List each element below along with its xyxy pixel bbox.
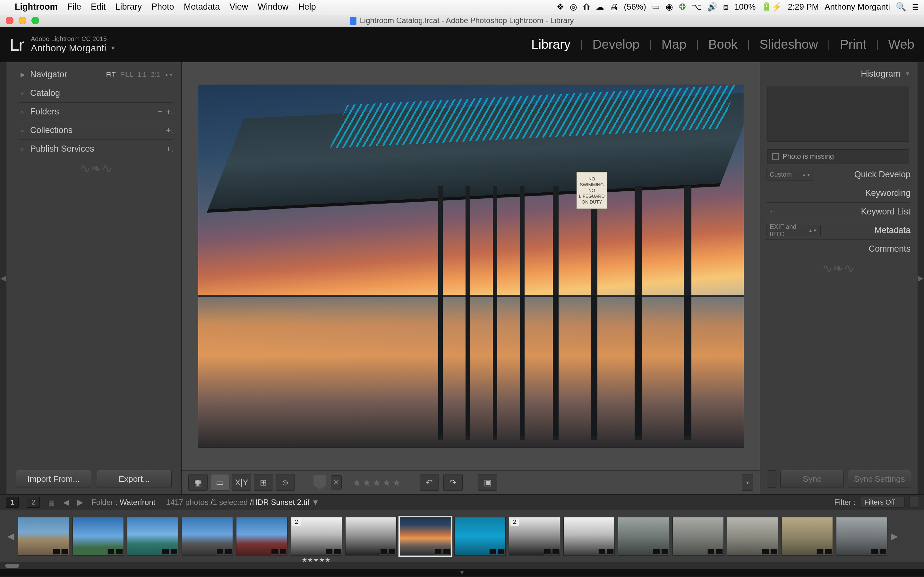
minimize-window-button[interactable] bbox=[19, 17, 26, 24]
filmstrip-thumb[interactable] bbox=[182, 517, 233, 556]
rating-stars[interactable]: ★★★★★ bbox=[352, 477, 401, 488]
disclosure-triangle-icon[interactable] bbox=[905, 71, 911, 77]
filmstrip-scroll-left-icon[interactable]: ◀ bbox=[7, 531, 15, 542]
folders-panel-header[interactable]: Folders −+. bbox=[19, 103, 173, 121]
close-window-button[interactable] bbox=[6, 17, 13, 24]
loupe-image[interactable]: NO SWIMMINGNO LIFEGUARDON DUTY bbox=[198, 85, 744, 447]
zoom-stepper-icon[interactable]: ▲▼ bbox=[164, 72, 173, 77]
spotlight-icon[interactable]: 🔍 bbox=[896, 2, 906, 12]
cloud-icon[interactable]: ☁ bbox=[596, 2, 604, 12]
filmstrip-thumb[interactable] bbox=[618, 517, 669, 556]
filmstrip-thumb[interactable] bbox=[672, 517, 724, 556]
right-panel-collapse-handle[interactable]: ▶ bbox=[918, 62, 924, 494]
minus-icon[interactable]: − bbox=[157, 107, 162, 117]
filmstrip-thumb[interactable] bbox=[73, 517, 124, 556]
grid-view-button[interactable]: ▦ bbox=[188, 474, 208, 491]
module-web[interactable]: Web bbox=[888, 37, 914, 52]
menu-help[interactable]: Help bbox=[298, 2, 316, 12]
quick-develop-panel-header[interactable]: Custom▲▼ Quick Develop bbox=[766, 165, 911, 184]
plus-icon[interactable]: + bbox=[766, 207, 778, 217]
creative-cloud-icon[interactable]: ◎ bbox=[570, 2, 577, 12]
filmstrip-thumb[interactable] bbox=[18, 517, 69, 556]
disclosure-triangle-icon[interactable] bbox=[19, 145, 26, 153]
metadata-preset-dropdown[interactable]: EXIF and IPTC▲▼ bbox=[766, 225, 821, 236]
filter-dropdown[interactable]: Filters Off bbox=[860, 497, 905, 508]
sync-button[interactable]: Sync bbox=[780, 470, 844, 488]
catalog-panel-header[interactable]: Catalog bbox=[19, 84, 173, 103]
metadata-panel-header[interactable]: EXIF and IPTC▲▼ Metadata bbox=[766, 221, 911, 240]
menu-metadata[interactable]: Metadata bbox=[184, 2, 220, 12]
left-panel-collapse-handle[interactable]: ◀ bbox=[0, 62, 6, 494]
rotate-cw-button[interactable]: ↷ bbox=[443, 474, 463, 491]
menu-file[interactable]: File bbox=[67, 2, 81, 12]
menu-app-name[interactable]: Lightroom bbox=[15, 2, 57, 12]
status-icon[interactable]: ⟰ bbox=[583, 2, 590, 12]
volume-icon[interactable]: 🔊 bbox=[707, 2, 717, 12]
people-view-button[interactable]: ☺ bbox=[276, 474, 295, 491]
module-slideshow[interactable]: Slideshow bbox=[759, 37, 818, 52]
filmstrip-thumb[interactable] bbox=[345, 517, 397, 556]
export-button[interactable]: Export... bbox=[97, 470, 172, 488]
filter-lock-icon[interactable] bbox=[909, 497, 918, 508]
sync-settings-button[interactable]: Sync Settings bbox=[848, 470, 911, 488]
keywording-panel-header[interactable]: Keywording bbox=[766, 184, 911, 203]
filmstrip-thumb[interactable] bbox=[836, 517, 887, 556]
plus-icon[interactable]: +. bbox=[166, 144, 173, 154]
compare-view-button[interactable]: X|Y bbox=[232, 474, 251, 491]
toolbar-options-chevron-icon[interactable]: ▾ bbox=[742, 474, 753, 491]
source-breadcrumb[interactable]: Folder : Waterfront 1417 photos /1 selec… bbox=[91, 498, 319, 507]
user-menu[interactable]: Anthony Morganti bbox=[825, 2, 890, 12]
dropbox-icon[interactable]: ❖ bbox=[557, 2, 564, 12]
filmstrip-scrollbar[interactable] bbox=[0, 562, 924, 569]
plus-icon[interactable]: +. bbox=[166, 107, 173, 117]
filmstrip-thumb[interactable] bbox=[454, 517, 506, 556]
flag-pick-icon[interactable] bbox=[313, 475, 326, 490]
filmstrip-thumb[interactable]: 2 bbox=[509, 517, 560, 556]
auto-sync-toggle[interactable] bbox=[767, 470, 776, 488]
zoom-fit[interactable]: FIT bbox=[106, 71, 116, 78]
clock[interactable]: 2:29 PM bbox=[788, 2, 819, 12]
identity-dropdown-icon[interactable]: ▼ bbox=[110, 45, 116, 52]
collections-panel-header[interactable]: Collections +. bbox=[19, 121, 173, 140]
quick-develop-preset-dropdown[interactable]: Custom▲▼ bbox=[766, 169, 814, 181]
wifi-icon[interactable]: ⧈ bbox=[723, 2, 729, 12]
module-print[interactable]: Print bbox=[840, 37, 866, 52]
nav-forward-icon[interactable]: ▶ bbox=[78, 498, 83, 507]
disclosure-triangle-icon[interactable] bbox=[19, 71, 26, 78]
menu-edit[interactable]: Edit bbox=[91, 2, 106, 12]
flag-reject-icon[interactable]: ✕ bbox=[331, 475, 342, 490]
printer-icon[interactable]: 🖨 bbox=[610, 2, 618, 12]
module-develop[interactable]: Develop bbox=[593, 37, 640, 52]
impromptu-slideshow-button[interactable]: ▣ bbox=[478, 474, 497, 491]
survey-view-button[interactable]: ⊞ bbox=[254, 474, 273, 491]
zoom-2to1[interactable]: 2:1 bbox=[151, 71, 160, 78]
main-window-indicator[interactable]: 1 bbox=[6, 497, 19, 508]
filmstrip-thumb[interactable] bbox=[727, 517, 779, 556]
disclosure-triangle-icon[interactable] bbox=[19, 90, 26, 97]
battery-menu-pct[interactable]: (56%) bbox=[624, 2, 646, 12]
zoom-fill[interactable]: FILL bbox=[120, 71, 133, 78]
module-book[interactable]: Book bbox=[708, 37, 738, 52]
filmstrip-thumb-selected[interactable] bbox=[400, 517, 451, 556]
zoom-1to1[interactable]: 1:1 bbox=[137, 71, 147, 78]
menu-library[interactable]: Library bbox=[115, 2, 142, 12]
menu-photo[interactable]: Photo bbox=[152, 2, 174, 12]
displays-icon[interactable]: ▭ bbox=[652, 2, 660, 12]
module-map[interactable]: Map bbox=[662, 37, 687, 52]
publish-services-panel-header[interactable]: Publish Services +. bbox=[19, 140, 173, 158]
import-button[interactable]: Import From... bbox=[16, 470, 91, 488]
filmstrip-scroll-right-icon[interactable]: ▶ bbox=[891, 531, 898, 542]
zoom-window-button[interactable] bbox=[31, 17, 39, 24]
keyword-list-panel-header[interactable]: + Keyword List bbox=[766, 203, 911, 221]
filmstrip-thumb[interactable] bbox=[782, 517, 833, 556]
module-library[interactable]: Library bbox=[531, 37, 570, 52]
filmstrip-thumb[interactable]: 2★★★★★ bbox=[291, 517, 342, 556]
menu-window[interactable]: Window bbox=[258, 2, 288, 12]
rotate-ccw-button[interactable]: ↶ bbox=[420, 474, 439, 491]
notification-center-icon[interactable]: ≣ bbox=[912, 2, 919, 12]
filmstrip-thumb[interactable] bbox=[127, 517, 178, 556]
airplay-icon[interactable]: ⌥ bbox=[692, 2, 701, 12]
plus-icon[interactable]: +. bbox=[166, 125, 173, 135]
status-icon-3[interactable]: ❂ bbox=[679, 2, 686, 12]
disclosure-triangle-icon[interactable] bbox=[19, 108, 26, 115]
